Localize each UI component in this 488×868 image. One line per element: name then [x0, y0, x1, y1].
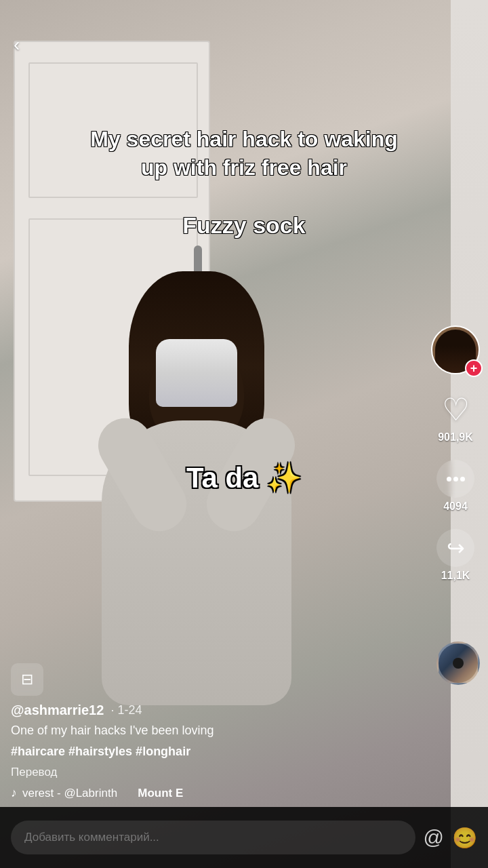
dot1 — [447, 477, 451, 481]
comment-input[interactable] — [11, 821, 415, 854]
right-sidebar: + ♡ 901,9K 4094 ↪ 11,1K — [431, 326, 480, 582]
comment-count: 4094 — [443, 500, 468, 513]
music-name[interactable]: Mount E — [138, 787, 183, 800]
comment-bar: @ 😊 — [0, 807, 488, 868]
like-count: 901,9K — [438, 431, 473, 443]
disc-center — [453, 658, 464, 669]
video-info: ⊟ @ashmarrie12 · 1-24 One of my hair hac… — [11, 663, 420, 800]
emoji-icon[interactable]: 😊 — [452, 826, 477, 850]
like-icon-container: ♡ — [436, 391, 474, 429]
music-disc[interactable] — [436, 642, 480, 685]
share-action[interactable]: ↪ 11,1K — [436, 529, 474, 582]
video-hashtags[interactable]: #haircare #hairstyles #longhair — [11, 745, 420, 759]
comment-action[interactable]: 4094 — [436, 460, 474, 513]
username-row: @ashmarrie12 · 1-24 — [11, 703, 420, 718]
share-icon: ↪ — [436, 529, 474, 567]
video-description: One of my hair hacks I've been loving — [11, 722, 420, 739]
dot3 — [460, 477, 465, 481]
creator-avatar-container[interactable]: + — [431, 326, 480, 374]
comment-icon — [436, 460, 474, 498]
back-button[interactable]: ‹ — [14, 34, 20, 56]
video-text-tada: Ta da ✨ — [186, 461, 302, 494]
share-arrow-icon: ↪ — [447, 535, 465, 561]
heart-icon: ♡ — [442, 394, 470, 425]
music-artist[interactable]: verest - @Labrinth — [22, 787, 117, 800]
follow-button[interactable]: + — [465, 359, 483, 377]
translate-label[interactable]: Перевод — [11, 766, 420, 779]
captions-icon[interactable]: ⊟ — [11, 663, 43, 696]
arm-left — [88, 408, 196, 541]
music-note-icon: ♪ — [11, 786, 17, 800]
person-silhouette — [68, 312, 325, 705]
comment-dots — [447, 477, 465, 481]
music-separator — [123, 787, 132, 800]
music-row: ♪ verest - @Labrinth Mount E — [11, 786, 420, 800]
like-action[interactable]: ♡ 901,9K — [436, 391, 474, 443]
date-label: · 1-24 — [110, 703, 142, 717]
video-text-main: My secret hair hack to waking up with fr… — [81, 125, 407, 240]
fuzzy-sock — [156, 339, 237, 407]
at-icon[interactable]: @ — [424, 826, 444, 849]
username[interactable]: @ashmarrie12 — [11, 703, 104, 718]
share-count: 11,1K — [441, 570, 470, 582]
dot2 — [453, 477, 458, 481]
